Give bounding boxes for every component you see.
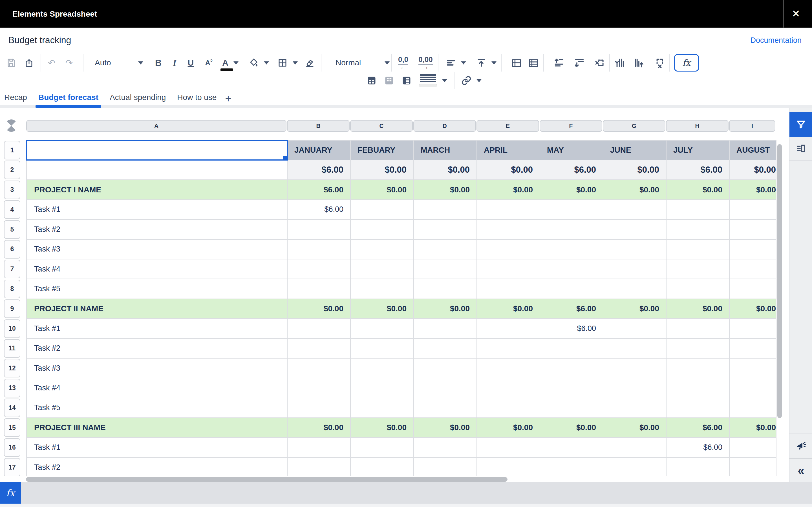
cell-G15[interactable]: $0.00	[603, 418, 666, 437]
horizontal-align-icon[interactable]	[446, 54, 456, 71]
cell-B8[interactable]	[288, 279, 350, 298]
cell-F3[interactable]: $0.00	[540, 180, 603, 199]
cell-B7[interactable]	[288, 260, 350, 279]
cell-G9[interactable]: $0.00	[603, 299, 666, 318]
cell-C17[interactable]	[351, 458, 413, 476]
cell-B11[interactable]	[288, 339, 350, 358]
cell-H7[interactable]	[666, 260, 729, 279]
cell-I12[interactable]	[730, 358, 776, 378]
cell-F16[interactable]	[540, 438, 603, 457]
cell-H9[interactable]: $0.00	[666, 299, 729, 318]
column-header-G[interactable]: G	[603, 120, 665, 132]
borders-chevron-icon[interactable]	[293, 61, 298, 64]
cell-H2[interactable]: $6.00	[666, 160, 729, 179]
cell-H4[interactable]	[666, 200, 729, 219]
select-all-icon[interactable]	[5, 119, 17, 132]
borders-icon[interactable]	[277, 54, 288, 71]
cell-C11[interactable]	[351, 339, 413, 358]
clear-formatting-icon[interactable]	[305, 54, 315, 71]
filter-button[interactable]	[790, 112, 812, 137]
link-chevron-icon[interactable]	[476, 79, 481, 82]
cell-D6[interactable]	[414, 240, 476, 259]
cell-F13[interactable]	[540, 378, 603, 397]
cell-B13[interactable]	[288, 378, 350, 397]
cell-A17[interactable]: Task #2	[27, 458, 287, 476]
vertical-align-chevron-icon[interactable]	[492, 61, 497, 64]
tab-actual-spending[interactable]: Actual spending	[110, 92, 166, 105]
side-panel-toggle-button[interactable]	[790, 137, 812, 161]
cell-D15[interactable]: $0.00	[414, 418, 476, 437]
cell-F9[interactable]: $6.00	[540, 299, 603, 318]
cell-G12[interactable]	[603, 358, 666, 378]
cell-D3[interactable]: $0.00	[414, 180, 476, 199]
cell-A7[interactable]: Task #4	[27, 260, 287, 279]
cell-B1[interactable]: JANUARY	[288, 140, 350, 160]
cell-A12[interactable]: Task #3	[27, 358, 287, 378]
cell-A13[interactable]: Task #4	[27, 378, 287, 397]
cell-G1[interactable]: JUNE	[603, 140, 666, 160]
italic-button[interactable]: I	[173, 54, 176, 71]
close-icon[interactable]: ✕	[784, 0, 808, 28]
collapse-sidebar-button[interactable]: «	[790, 458, 812, 482]
cell-A4[interactable]: Task #1	[27, 200, 287, 219]
undo-icon[interactable]: ↶	[48, 54, 55, 71]
cell-F6[interactable]	[540, 240, 603, 259]
cell-G6[interactable]	[603, 240, 666, 259]
table-header-row-icon[interactable]	[366, 72, 377, 89]
cell-B17[interactable]	[288, 458, 350, 476]
cell-B9[interactable]: $0.00	[288, 299, 350, 318]
cell-C3[interactable]: $0.00	[351, 180, 413, 199]
cell-I11[interactable]	[730, 339, 776, 358]
row-header-6[interactable]: 6	[4, 240, 20, 259]
cell-H13[interactable]	[666, 378, 729, 397]
column-header-F[interactable]: F	[540, 120, 602, 132]
cell-C15[interactable]: $0.00	[351, 418, 413, 437]
cell-I17[interactable]	[730, 458, 776, 476]
cell-F15[interactable]: $0.00	[540, 418, 603, 437]
cell-B14[interactable]	[288, 398, 350, 417]
increase-decimal-button[interactable]: 0,00→	[418, 54, 433, 71]
row-header-7[interactable]: 7	[4, 260, 20, 278]
cell-F5[interactable]	[540, 220, 603, 239]
cell-H3[interactable]: $0.00	[666, 180, 729, 199]
cell-E13[interactable]	[477, 378, 540, 397]
cell-A6[interactable]: Task #3	[27, 240, 287, 259]
redo-icon[interactable]: ↷	[65, 54, 73, 71]
row-header-9[interactable]: 9	[4, 299, 20, 318]
table-total-row-icon[interactable]	[384, 72, 394, 89]
bold-button[interactable]: B	[155, 54, 161, 71]
cell-E3[interactable]: $0.00	[477, 180, 540, 199]
table-header-column-icon[interactable]	[402, 72, 412, 89]
cell-F1[interactable]: MAY	[540, 140, 603, 160]
horizontal-align-chevron-icon[interactable]	[461, 61, 466, 64]
formula-bar-toggle-button[interactable]: fx	[674, 54, 699, 71]
cell-D8[interactable]	[414, 279, 476, 298]
cell-I14[interactable]	[730, 398, 776, 417]
column-header-I[interactable]: I	[729, 120, 775, 132]
row-header-11[interactable]: 11	[4, 339, 20, 358]
cell-A2[interactable]	[27, 160, 287, 179]
cell-I6[interactable]	[730, 240, 776, 259]
cell-C6[interactable]	[351, 240, 413, 259]
cell-E11[interactable]	[477, 339, 540, 358]
delete-column-icon[interactable]	[654, 54, 665, 71]
row-header-17[interactable]: 17	[4, 458, 20, 476]
cell-A10[interactable]: Task #1	[27, 319, 287, 338]
cell-D16[interactable]	[414, 438, 476, 457]
cell-E5[interactable]	[477, 220, 540, 239]
cell-D14[interactable]	[414, 398, 476, 417]
cell-A3[interactable]: PROJECT I NAME	[27, 180, 287, 199]
cell-A9[interactable]: PROJECT II NAME	[27, 299, 287, 318]
cell-H12[interactable]	[666, 358, 729, 378]
superscript-button[interactable]: Aᴰ	[205, 54, 212, 71]
delete-row-icon[interactable]	[594, 54, 605, 71]
cell-D1[interactable]: MARCH	[414, 140, 476, 160]
insert-row-above-icon[interactable]	[553, 54, 564, 71]
cell-A11[interactable]: Task #2	[27, 339, 287, 358]
cell-A16[interactable]: Task #1	[27, 438, 287, 457]
link-icon[interactable]	[461, 72, 471, 89]
announcement-icon[interactable]	[790, 433, 812, 458]
cell-H17[interactable]	[666, 458, 729, 476]
cell-B3[interactable]: $6.00	[288, 180, 350, 199]
cell-D9[interactable]: $0.00	[414, 299, 476, 318]
